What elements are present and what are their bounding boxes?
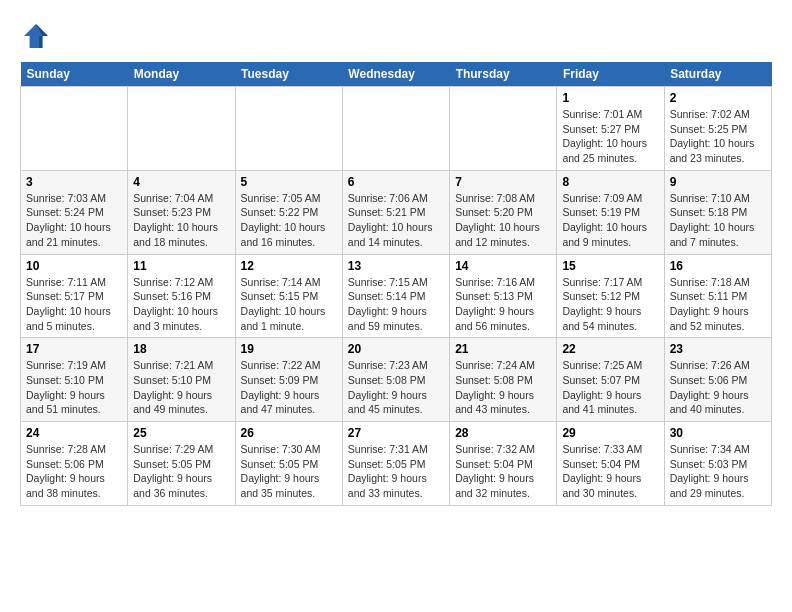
calendar-cell: 8Sunrise: 7:09 AM Sunset: 5:19 PM Daylig… bbox=[557, 170, 664, 254]
day-number: 28 bbox=[455, 426, 551, 440]
day-info: Sunrise: 7:19 AM Sunset: 5:10 PM Dayligh… bbox=[26, 358, 122, 417]
day-number: 20 bbox=[348, 342, 444, 356]
day-info: Sunrise: 7:25 AM Sunset: 5:07 PM Dayligh… bbox=[562, 358, 658, 417]
day-info: Sunrise: 7:23 AM Sunset: 5:08 PM Dayligh… bbox=[348, 358, 444, 417]
day-info: Sunrise: 7:28 AM Sunset: 5:06 PM Dayligh… bbox=[26, 442, 122, 501]
day-number: 11 bbox=[133, 259, 229, 273]
calendar-cell: 26Sunrise: 7:30 AM Sunset: 5:05 PM Dayli… bbox=[235, 422, 342, 506]
day-number: 26 bbox=[241, 426, 337, 440]
day-number: 25 bbox=[133, 426, 229, 440]
day-info: Sunrise: 7:11 AM Sunset: 5:17 PM Dayligh… bbox=[26, 275, 122, 334]
day-number: 8 bbox=[562, 175, 658, 189]
day-number: 18 bbox=[133, 342, 229, 356]
calendar-cell: 28Sunrise: 7:32 AM Sunset: 5:04 PM Dayli… bbox=[450, 422, 557, 506]
weekday-header-row: SundayMondayTuesdayWednesdayThursdayFrid… bbox=[21, 62, 772, 87]
day-number: 17 bbox=[26, 342, 122, 356]
weekday-header-monday: Monday bbox=[128, 62, 235, 87]
calendar-cell bbox=[128, 87, 235, 171]
calendar-cell: 11Sunrise: 7:12 AM Sunset: 5:16 PM Dayli… bbox=[128, 254, 235, 338]
day-info: Sunrise: 7:22 AM Sunset: 5:09 PM Dayligh… bbox=[241, 358, 337, 417]
day-number: 23 bbox=[670, 342, 766, 356]
calendar-cell bbox=[235, 87, 342, 171]
day-info: Sunrise: 7:26 AM Sunset: 5:06 PM Dayligh… bbox=[670, 358, 766, 417]
calendar-cell: 16Sunrise: 7:18 AM Sunset: 5:11 PM Dayli… bbox=[664, 254, 771, 338]
calendar-cell bbox=[450, 87, 557, 171]
calendar-cell: 25Sunrise: 7:29 AM Sunset: 5:05 PM Dayli… bbox=[128, 422, 235, 506]
calendar-cell: 1Sunrise: 7:01 AM Sunset: 5:27 PM Daylig… bbox=[557, 87, 664, 171]
day-info: Sunrise: 7:10 AM Sunset: 5:18 PM Dayligh… bbox=[670, 191, 766, 250]
calendar-cell: 10Sunrise: 7:11 AM Sunset: 5:17 PM Dayli… bbox=[21, 254, 128, 338]
day-info: Sunrise: 7:15 AM Sunset: 5:14 PM Dayligh… bbox=[348, 275, 444, 334]
calendar-cell: 4Sunrise: 7:04 AM Sunset: 5:23 PM Daylig… bbox=[128, 170, 235, 254]
day-info: Sunrise: 7:05 AM Sunset: 5:22 PM Dayligh… bbox=[241, 191, 337, 250]
day-number: 2 bbox=[670, 91, 766, 105]
calendar-cell: 24Sunrise: 7:28 AM Sunset: 5:06 PM Dayli… bbox=[21, 422, 128, 506]
day-info: Sunrise: 7:29 AM Sunset: 5:05 PM Dayligh… bbox=[133, 442, 229, 501]
day-number: 4 bbox=[133, 175, 229, 189]
day-info: Sunrise: 7:24 AM Sunset: 5:08 PM Dayligh… bbox=[455, 358, 551, 417]
day-number: 27 bbox=[348, 426, 444, 440]
calendar-cell bbox=[342, 87, 449, 171]
calendar-cell: 17Sunrise: 7:19 AM Sunset: 5:10 PM Dayli… bbox=[21, 338, 128, 422]
day-number: 1 bbox=[562, 91, 658, 105]
calendar-cell bbox=[21, 87, 128, 171]
day-info: Sunrise: 7:17 AM Sunset: 5:12 PM Dayligh… bbox=[562, 275, 658, 334]
logo bbox=[20, 20, 56, 52]
day-number: 14 bbox=[455, 259, 551, 273]
weekday-header-thursday: Thursday bbox=[450, 62, 557, 87]
day-number: 22 bbox=[562, 342, 658, 356]
calendar-cell: 22Sunrise: 7:25 AM Sunset: 5:07 PM Dayli… bbox=[557, 338, 664, 422]
calendar-cell: 18Sunrise: 7:21 AM Sunset: 5:10 PM Dayli… bbox=[128, 338, 235, 422]
weekday-header-sunday: Sunday bbox=[21, 62, 128, 87]
day-number: 29 bbox=[562, 426, 658, 440]
calendar-week-row: 17Sunrise: 7:19 AM Sunset: 5:10 PM Dayli… bbox=[21, 338, 772, 422]
day-number: 12 bbox=[241, 259, 337, 273]
day-number: 30 bbox=[670, 426, 766, 440]
day-info: Sunrise: 7:33 AM Sunset: 5:04 PM Dayligh… bbox=[562, 442, 658, 501]
calendar-week-row: 1Sunrise: 7:01 AM Sunset: 5:27 PM Daylig… bbox=[21, 87, 772, 171]
day-info: Sunrise: 7:30 AM Sunset: 5:05 PM Dayligh… bbox=[241, 442, 337, 501]
day-number: 13 bbox=[348, 259, 444, 273]
day-info: Sunrise: 7:34 AM Sunset: 5:03 PM Dayligh… bbox=[670, 442, 766, 501]
calendar-week-row: 10Sunrise: 7:11 AM Sunset: 5:17 PM Dayli… bbox=[21, 254, 772, 338]
calendar-cell: 30Sunrise: 7:34 AM Sunset: 5:03 PM Dayli… bbox=[664, 422, 771, 506]
weekday-header-wednesday: Wednesday bbox=[342, 62, 449, 87]
calendar-cell: 15Sunrise: 7:17 AM Sunset: 5:12 PM Dayli… bbox=[557, 254, 664, 338]
calendar-cell: 5Sunrise: 7:05 AM Sunset: 5:22 PM Daylig… bbox=[235, 170, 342, 254]
day-info: Sunrise: 7:04 AM Sunset: 5:23 PM Dayligh… bbox=[133, 191, 229, 250]
calendar-cell: 3Sunrise: 7:03 AM Sunset: 5:24 PM Daylig… bbox=[21, 170, 128, 254]
calendar-cell: 14Sunrise: 7:16 AM Sunset: 5:13 PM Dayli… bbox=[450, 254, 557, 338]
calendar-cell: 9Sunrise: 7:10 AM Sunset: 5:18 PM Daylig… bbox=[664, 170, 771, 254]
day-info: Sunrise: 7:01 AM Sunset: 5:27 PM Dayligh… bbox=[562, 107, 658, 166]
calendar-cell: 12Sunrise: 7:14 AM Sunset: 5:15 PM Dayli… bbox=[235, 254, 342, 338]
day-number: 15 bbox=[562, 259, 658, 273]
day-info: Sunrise: 7:32 AM Sunset: 5:04 PM Dayligh… bbox=[455, 442, 551, 501]
day-number: 5 bbox=[241, 175, 337, 189]
calendar-cell: 7Sunrise: 7:08 AM Sunset: 5:20 PM Daylig… bbox=[450, 170, 557, 254]
calendar-week-row: 3Sunrise: 7:03 AM Sunset: 5:24 PM Daylig… bbox=[21, 170, 772, 254]
day-info: Sunrise: 7:21 AM Sunset: 5:10 PM Dayligh… bbox=[133, 358, 229, 417]
day-info: Sunrise: 7:08 AM Sunset: 5:20 PM Dayligh… bbox=[455, 191, 551, 250]
day-number: 16 bbox=[670, 259, 766, 273]
day-info: Sunrise: 7:03 AM Sunset: 5:24 PM Dayligh… bbox=[26, 191, 122, 250]
calendar-table: SundayMondayTuesdayWednesdayThursdayFrid… bbox=[20, 62, 772, 506]
calendar-cell: 6Sunrise: 7:06 AM Sunset: 5:21 PM Daylig… bbox=[342, 170, 449, 254]
day-info: Sunrise: 7:09 AM Sunset: 5:19 PM Dayligh… bbox=[562, 191, 658, 250]
day-number: 3 bbox=[26, 175, 122, 189]
logo-icon bbox=[20, 20, 52, 52]
day-info: Sunrise: 7:02 AM Sunset: 5:25 PM Dayligh… bbox=[670, 107, 766, 166]
day-info: Sunrise: 7:06 AM Sunset: 5:21 PM Dayligh… bbox=[348, 191, 444, 250]
day-info: Sunrise: 7:16 AM Sunset: 5:13 PM Dayligh… bbox=[455, 275, 551, 334]
calendar-cell: 19Sunrise: 7:22 AM Sunset: 5:09 PM Dayli… bbox=[235, 338, 342, 422]
weekday-header-friday: Friday bbox=[557, 62, 664, 87]
calendar-cell: 20Sunrise: 7:23 AM Sunset: 5:08 PM Dayli… bbox=[342, 338, 449, 422]
calendar-cell: 21Sunrise: 7:24 AM Sunset: 5:08 PM Dayli… bbox=[450, 338, 557, 422]
day-info: Sunrise: 7:14 AM Sunset: 5:15 PM Dayligh… bbox=[241, 275, 337, 334]
day-number: 19 bbox=[241, 342, 337, 356]
day-number: 6 bbox=[348, 175, 444, 189]
day-number: 10 bbox=[26, 259, 122, 273]
calendar-cell: 13Sunrise: 7:15 AM Sunset: 5:14 PM Dayli… bbox=[342, 254, 449, 338]
weekday-header-tuesday: Tuesday bbox=[235, 62, 342, 87]
calendar-cell: 23Sunrise: 7:26 AM Sunset: 5:06 PM Dayli… bbox=[664, 338, 771, 422]
page-header bbox=[20, 20, 772, 52]
